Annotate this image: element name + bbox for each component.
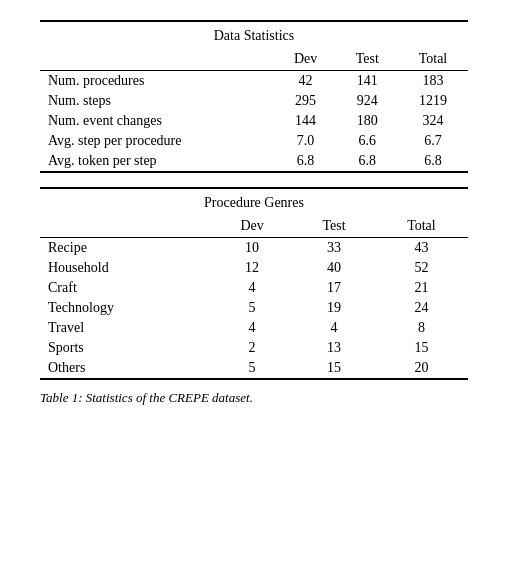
row-label: Technology — [40, 298, 211, 318]
row-label: Num. procedures — [40, 71, 275, 92]
row-label: Sports — [40, 338, 211, 358]
table-row: Others 5 15 20 — [40, 358, 468, 379]
row-test: 15 — [293, 358, 375, 379]
row-total: 15 — [375, 338, 468, 358]
row-total: 43 — [375, 238, 468, 259]
row-total: 20 — [375, 358, 468, 379]
row-label: Num. steps — [40, 91, 275, 111]
table-row: Travel 4 4 8 — [40, 318, 468, 338]
row-test: 141 — [337, 71, 398, 92]
row-total: 8 — [375, 318, 468, 338]
row-dev: 7.0 — [275, 131, 337, 151]
row-dev: 5 — [211, 298, 293, 318]
row-dev: 12 — [211, 258, 293, 278]
col-test-header: Test — [337, 48, 398, 71]
row-dev: 2 — [211, 338, 293, 358]
table-caption: Table 1: Statistics of the CREPE dataset… — [40, 390, 468, 406]
table-row: Num. steps 295 924 1219 — [40, 91, 468, 111]
col-dev-header: Dev — [275, 48, 337, 71]
row-test: 33 — [293, 238, 375, 259]
row-dev: 4 — [211, 318, 293, 338]
data-statistics-section: Data Statistics Dev Test Total Num. proc… — [40, 20, 468, 173]
table-row: Num. procedures 42 141 183 — [40, 71, 468, 92]
row-test: 180 — [337, 111, 398, 131]
row-dev: 10 — [211, 238, 293, 259]
table-row: Craft 4 17 21 — [40, 278, 468, 298]
row-label: Others — [40, 358, 211, 379]
table-row: Sports 2 13 15 — [40, 338, 468, 358]
col-label-header2 — [40, 215, 211, 238]
row-total: 6.7 — [398, 131, 468, 151]
table-row: Technology 5 19 24 — [40, 298, 468, 318]
row-total: 1219 — [398, 91, 468, 111]
row-total: 24 — [375, 298, 468, 318]
table-row: Avg. step per procedure 7.0 6.6 6.7 — [40, 131, 468, 151]
row-test: 17 — [293, 278, 375, 298]
row-test: 40 — [293, 258, 375, 278]
table-row: Recipe 10 33 43 — [40, 238, 468, 259]
row-label: Recipe — [40, 238, 211, 259]
col-total-header: Total — [398, 48, 468, 71]
row-dev: 144 — [275, 111, 337, 131]
table-row: Household 12 40 52 — [40, 258, 468, 278]
row-dev: 6.8 — [275, 151, 337, 172]
row-label: Travel — [40, 318, 211, 338]
col-total-header2: Total — [375, 215, 468, 238]
col-test-header2: Test — [293, 215, 375, 238]
row-total: 324 — [398, 111, 468, 131]
table-row: Avg. token per step 6.8 6.8 6.8 — [40, 151, 468, 172]
procedure-genres-title: Procedure Genres — [40, 188, 468, 215]
row-dev: 295 — [275, 91, 337, 111]
data-statistics-title: Data Statistics — [40, 21, 468, 48]
procedure-genres-section: Procedure Genres Dev Test Total Recipe 1… — [40, 187, 468, 380]
statistics-tables: Data Statistics Dev Test Total Num. proc… — [40, 20, 468, 406]
row-total: 6.8 — [398, 151, 468, 172]
row-dev: 42 — [275, 71, 337, 92]
row-dev: 5 — [211, 358, 293, 379]
row-test: 924 — [337, 91, 398, 111]
row-test: 4 — [293, 318, 375, 338]
col-label-header — [40, 48, 275, 71]
row-total: 52 — [375, 258, 468, 278]
row-total: 183 — [398, 71, 468, 92]
row-label: Avg. token per step — [40, 151, 275, 172]
row-label: Craft — [40, 278, 211, 298]
col-dev-header2: Dev — [211, 215, 293, 238]
row-label: Avg. step per procedure — [40, 131, 275, 151]
procedure-genres-table: Procedure Genres Dev Test Total Recipe 1… — [40, 187, 468, 380]
table-gap — [40, 173, 468, 187]
row-total: 21 — [375, 278, 468, 298]
row-label: Num. event changes — [40, 111, 275, 131]
data-statistics-table: Data Statistics Dev Test Total Num. proc… — [40, 20, 468, 173]
row-dev: 4 — [211, 278, 293, 298]
row-label: Household — [40, 258, 211, 278]
table-row: Num. event changes 144 180 324 — [40, 111, 468, 131]
row-test: 13 — [293, 338, 375, 358]
row-test: 19 — [293, 298, 375, 318]
row-test: 6.8 — [337, 151, 398, 172]
row-test: 6.6 — [337, 131, 398, 151]
